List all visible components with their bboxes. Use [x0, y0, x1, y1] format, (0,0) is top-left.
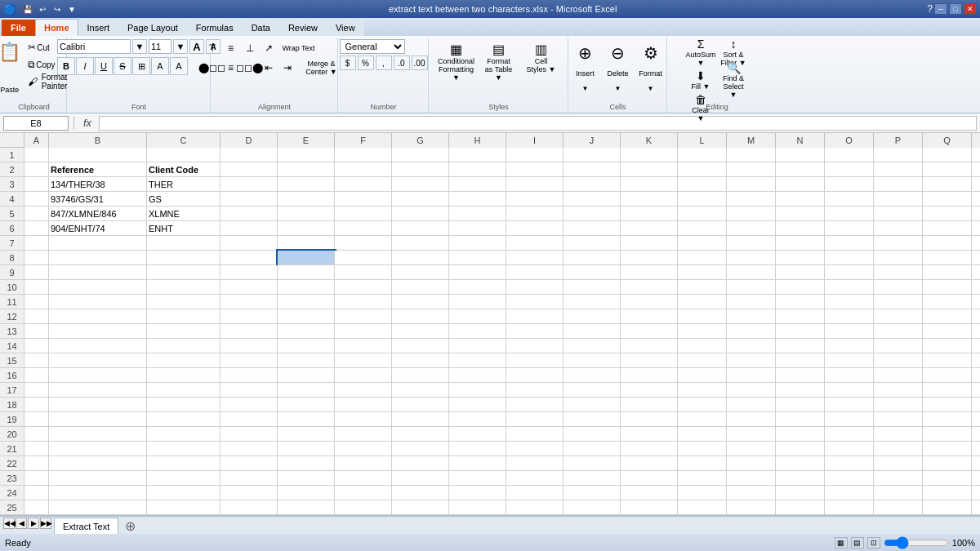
- grid-cell[interactable]: [621, 177, 678, 192]
- col-header-F[interactable]: F: [335, 133, 392, 148]
- grid-cell[interactable]: [825, 162, 874, 177]
- grid-cell[interactable]: [727, 412, 776, 427]
- grid-cell[interactable]: [776, 207, 825, 221]
- grid-cell[interactable]: [874, 412, 923, 427]
- grid-cell[interactable]: [923, 192, 972, 207]
- grid-cell[interactable]: [392, 456, 449, 471]
- grid-cell[interactable]: [220, 412, 278, 427]
- grid-cell[interactable]: [392, 251, 449, 265]
- grid-cell[interactable]: [278, 280, 335, 295]
- format-cells-btn[interactable]: ⚙ Format ▼: [635, 39, 666, 95]
- sheet-nav-next[interactable]: ▶: [28, 518, 39, 529]
- grid-cell[interactable]: [727, 207, 776, 221]
- sheet-nav-prev[interactable]: ◀: [16, 518, 27, 529]
- decrease-indent-btn[interactable]: ⇤: [260, 59, 278, 77]
- grid-cell[interactable]: [49, 280, 147, 295]
- add-sheet-btn[interactable]: ⊕: [122, 518, 139, 534]
- grid-cell[interactable]: [506, 251, 564, 265]
- grid-cell[interactable]: [776, 265, 825, 280]
- grid-cell[interactable]: [220, 280, 278, 295]
- grid-cell[interactable]: [147, 471, 220, 486]
- close-btn[interactable]: ✕: [964, 3, 977, 15]
- grid-cell[interactable]: [874, 177, 923, 192]
- grid-cell[interactable]: [874, 324, 923, 339]
- grid-cell[interactable]: [923, 339, 972, 353]
- grid-cell[interactable]: [335, 309, 392, 324]
- grid-cell[interactable]: [278, 207, 335, 221]
- grid-cell[interactable]: [392, 295, 449, 309]
- grid-cell[interactable]: [727, 471, 776, 486]
- grid-cell[interactable]: [278, 309, 335, 324]
- grid-cell[interactable]: [972, 207, 980, 221]
- grid-cell[interactable]: [825, 265, 874, 280]
- grid-cell[interactable]: [825, 177, 874, 192]
- increase-indent-btn[interactable]: ⇥: [278, 59, 296, 77]
- grid-cell[interactable]: [449, 500, 506, 515]
- grid-cell[interactable]: [621, 192, 678, 207]
- grid-cell[interactable]: [972, 339, 980, 353]
- align-left-btn[interactable]: ⬤◻◻: [203, 59, 221, 77]
- grid-cell[interactable]: [506, 236, 564, 251]
- grid-cell[interactable]: [776, 324, 825, 339]
- grid-cell[interactable]: [678, 162, 727, 177]
- grid-cell[interactable]: [564, 383, 621, 398]
- grid-cell[interactable]: [825, 251, 874, 265]
- grid-cell[interactable]: [506, 471, 564, 486]
- grid-cell[interactable]: [727, 486, 776, 500]
- grid-cell[interactable]: [392, 324, 449, 339]
- grid-cell[interactable]: [392, 280, 449, 295]
- grid-cell[interactable]: [564, 162, 621, 177]
- fill-color-button[interactable]: A: [151, 57, 169, 75]
- grid-cell[interactable]: [564, 265, 621, 280]
- grid-cell[interactable]: [220, 265, 278, 280]
- grid-cell[interactable]: [335, 412, 392, 427]
- grid-cell[interactable]: [506, 265, 564, 280]
- grid-cell[interactable]: [564, 148, 621, 162]
- grid-cell[interactable]: [392, 412, 449, 427]
- grid-cell[interactable]: [972, 456, 980, 471]
- grid-cell[interactable]: [392, 353, 449, 368]
- grid-cell[interactable]: [278, 192, 335, 207]
- find-select-btn[interactable]: 🔍 Find &Select ▼: [718, 67, 749, 93]
- grid-cell[interactable]: [278, 500, 335, 515]
- grid-cell[interactable]: [392, 339, 449, 353]
- grid-cell[interactable]: [564, 236, 621, 251]
- grid-cell[interactable]: [825, 221, 874, 236]
- grid-cell[interactable]: [972, 353, 980, 368]
- grid-cell[interactable]: [621, 427, 678, 442]
- grid-cell[interactable]: [564, 177, 621, 192]
- strikethrough-button[interactable]: S: [114, 57, 131, 75]
- grid-cell[interactable]: [506, 162, 564, 177]
- grid-cell[interactable]: [278, 324, 335, 339]
- col-header-L[interactable]: L: [678, 133, 727, 148]
- sheet-nav-first[interactable]: ◀◀: [3, 518, 15, 529]
- grid-cell[interactable]: [220, 309, 278, 324]
- grid-cell[interactable]: [220, 324, 278, 339]
- grid-cell[interactable]: [506, 148, 564, 162]
- col-header-H[interactable]: H: [449, 133, 506, 148]
- grid-cell[interactable]: [564, 368, 621, 383]
- grid-cell[interactable]: [449, 221, 506, 236]
- grid-cell[interactable]: [506, 221, 564, 236]
- grid-cell[interactable]: [825, 412, 874, 427]
- number-format-select[interactable]: General Number Currency Percentage Text: [340, 39, 405, 54]
- grid-cell[interactable]: [449, 339, 506, 353]
- paste-button[interactable]: 📋 Paste: [0, 39, 24, 96]
- grid-cell[interactable]: [392, 221, 449, 236]
- grid-cell[interactable]: 93746/GS/31: [49, 192, 147, 207]
- grid-cell[interactable]: [506, 339, 564, 353]
- grid-cell[interactable]: [825, 368, 874, 383]
- grid-cell[interactable]: [449, 442, 506, 456]
- grid-cell[interactable]: [335, 486, 392, 500]
- grid-cell[interactable]: [972, 162, 980, 177]
- increase-decimal-btn[interactable]: .0: [394, 56, 410, 70]
- grid-cell[interactable]: [564, 309, 621, 324]
- grid-cell[interactable]: [727, 500, 776, 515]
- grid-cell[interactable]: [278, 236, 335, 251]
- grid-cell[interactable]: [776, 221, 825, 236]
- grid-cell[interactable]: [392, 162, 449, 177]
- grid-cell[interactable]: [24, 412, 49, 427]
- grid-cell[interactable]: [392, 471, 449, 486]
- grid-cell[interactable]: [24, 398, 49, 412]
- grid-cell[interactable]: [678, 486, 727, 500]
